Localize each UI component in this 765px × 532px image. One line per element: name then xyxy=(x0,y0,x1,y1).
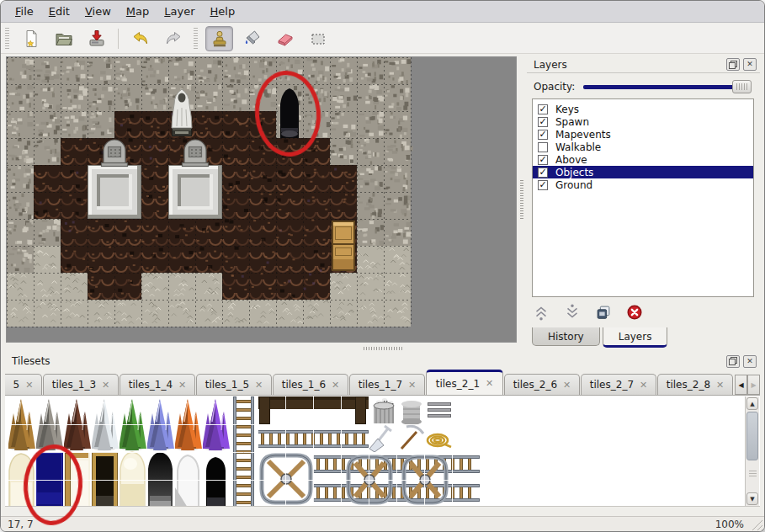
stamp-tool-button[interactable] xyxy=(205,26,233,51)
tileset-tab-tiles_2_7[interactable]: tiles_2_7✕ xyxy=(581,374,656,395)
tileset-tab-tiles_2_8[interactable]: tiles_2_8✕ xyxy=(657,374,733,395)
layer-label: Spawn xyxy=(555,116,589,128)
close-panel-button[interactable]: ✕ xyxy=(743,355,757,368)
layer-row-keys[interactable]: ✓Keys xyxy=(533,103,753,115)
layer-label: Above xyxy=(555,154,587,166)
duplicate-layer-button[interactable] xyxy=(592,301,614,323)
tab-label: tiles_1_7 xyxy=(359,379,402,391)
open-folder-button[interactable] xyxy=(50,26,77,51)
close-panel-icon: ✕ xyxy=(746,358,753,365)
horizontal-splitter[interactable] xyxy=(1,344,764,352)
tab-close-icon[interactable]: ✕ xyxy=(25,380,33,391)
tileset-tab-tiles_1_3[interactable]: tiles_1_3✕ xyxy=(43,374,119,395)
move-layer-up-button[interactable] xyxy=(530,301,552,323)
tab-history[interactable]: History xyxy=(532,327,600,346)
checkbox-unchecked[interactable] xyxy=(538,142,548,152)
float-panel-button[interactable] xyxy=(726,58,740,71)
delete-layer-button[interactable] xyxy=(624,301,645,323)
menu-item-edit[interactable]: Edit xyxy=(41,3,77,20)
checkbox-checked[interactable]: ✓ xyxy=(538,130,548,140)
menu-item-view[interactable]: View xyxy=(77,3,119,20)
menu-item-file[interactable]: File xyxy=(8,3,41,20)
menu-item-help[interactable]: Help xyxy=(203,3,243,20)
tileset-tab-tiles_1_6[interactable]: tiles_1_6✕ xyxy=(273,374,348,395)
toolbar-grip-2[interactable] xyxy=(194,28,198,50)
toolbar-grip[interactable] xyxy=(5,28,9,50)
tab-label: tiles_2_7 xyxy=(590,379,634,391)
checkbox-checked[interactable]: ✓ xyxy=(538,180,548,190)
opacity-row: Opacity: xyxy=(534,79,752,94)
tileset-tab-5[interactable]: 5✕ xyxy=(5,374,42,395)
opacity-slider-track[interactable] xyxy=(583,85,748,89)
tileset-tab-tiles_1_5[interactable]: tiles_1_5✕ xyxy=(196,374,272,395)
layer-row-above[interactable]: ✓Above xyxy=(533,153,753,166)
tilesets-panel: Tilesets ✕ 5✕tiles_1_3✕tiles_1_4✕tiles_1… xyxy=(5,353,760,516)
tab-close-icon[interactable]: ✕ xyxy=(716,380,724,391)
fill-bucket-button[interactable] xyxy=(238,26,266,51)
layer-list: ✓Keys✓Spawn✓MapeventsWalkable✓Above✓Obje… xyxy=(532,98,754,297)
move-layer-down-button[interactable] xyxy=(561,301,583,323)
close-panel-button[interactable]: ✕ xyxy=(743,58,757,71)
scroll-tabs-right-button[interactable]: ▶ xyxy=(747,375,760,395)
tileset-tab-tiles_1_4[interactable]: tiles_1_4✕ xyxy=(120,374,195,395)
layers-panel-titlebar: Layers ✕ xyxy=(527,56,760,73)
toolbar-group-1 xyxy=(14,26,113,51)
layer-row-walkable[interactable]: Walkable xyxy=(533,141,753,153)
layer-row-spawn[interactable]: ✓Spawn xyxy=(533,115,753,128)
redo-button[interactable] xyxy=(159,26,187,51)
eraser-button[interactable] xyxy=(271,26,299,51)
undo-button[interactable] xyxy=(126,26,154,51)
scroll-tabs-left-button[interactable]: ◀ xyxy=(735,375,747,395)
eraser-icon xyxy=(275,29,295,49)
layer-label: Ground xyxy=(555,179,592,191)
stamp-tool-icon xyxy=(210,29,230,49)
tab-close-icon[interactable]: ✕ xyxy=(255,380,263,391)
move-layer-down-icon xyxy=(563,303,582,322)
rect-select-icon xyxy=(308,29,328,49)
map-canvas[interactable] xyxy=(7,57,516,342)
checkbox-checked[interactable]: ✓ xyxy=(538,168,548,178)
vertical-splitter[interactable] xyxy=(518,56,526,343)
menu-item-map[interactable]: Map xyxy=(119,3,157,20)
tilesets-panel-titlebar: Tilesets ✕ xyxy=(5,353,760,370)
checkbox-checked[interactable]: ✓ xyxy=(538,104,548,114)
scroll-up-button[interactable]: ▲ xyxy=(746,397,758,410)
layer-row-mapevents[interactable]: ✓Mapevents xyxy=(533,128,753,141)
checkbox-checked[interactable]: ✓ xyxy=(538,155,548,165)
layer-label: Mapevents xyxy=(555,129,611,141)
tab-close-icon[interactable]: ✕ xyxy=(486,378,493,389)
float-panel-button[interactable] xyxy=(726,355,740,368)
move-layer-up-icon xyxy=(532,303,550,322)
opacity-slider-handle[interactable] xyxy=(732,80,752,93)
layers-panel: Layers ✕ Opacity: ✓Keys✓Spawn✓MapeventsW… xyxy=(527,56,760,348)
layer-row-ground[interactable]: ✓Ground xyxy=(533,178,753,191)
tileset-scrollbar[interactable]: ▲ ▼ xyxy=(745,396,759,506)
opacity-slider[interactable] xyxy=(583,80,752,93)
rect-select-button[interactable] xyxy=(304,26,332,51)
tab-close-icon[interactable]: ✕ xyxy=(102,380,109,391)
save-button[interactable] xyxy=(82,26,110,51)
tab-close-icon[interactable]: ✕ xyxy=(408,380,416,391)
tileset-tab-tiles_2_6[interactable]: tiles_2_6✕ xyxy=(504,374,580,395)
tab-close-icon[interactable]: ✕ xyxy=(178,380,186,391)
menu-item-layer[interactable]: Layer xyxy=(157,3,202,20)
tab-close-icon[interactable]: ✕ xyxy=(563,380,571,391)
checkbox-checked[interactable]: ✓ xyxy=(538,117,548,127)
tileset-tab-tiles_2_1[interactable]: tiles_2_1✕ xyxy=(426,370,503,395)
scrollbar-thumb[interactable] xyxy=(746,412,758,460)
new-file-button[interactable] xyxy=(17,26,45,51)
map-view xyxy=(6,56,517,343)
layer-row-objects[interactable]: ✓Objects xyxy=(533,166,753,178)
tileset-tab-tiles_1_7[interactable]: tiles_1_7✕ xyxy=(349,374,425,395)
scroll-down-button[interactable]: ▼ xyxy=(746,492,758,505)
tileset-content: ▲ ▼ xyxy=(5,395,760,507)
tab-scroll-buttons: ◀ ▶ xyxy=(735,375,760,395)
toolbar xyxy=(1,24,764,54)
tileset-canvas[interactable] xyxy=(8,396,741,506)
toolbar-group-2 xyxy=(124,26,189,51)
tilesets-panel-title: Tilesets xyxy=(5,355,726,367)
duplicate-layer-icon xyxy=(594,303,613,322)
splitter-grip xyxy=(520,180,523,219)
tab-close-icon[interactable]: ✕ xyxy=(640,380,647,391)
tab-close-icon[interactable]: ✕ xyxy=(332,380,339,391)
